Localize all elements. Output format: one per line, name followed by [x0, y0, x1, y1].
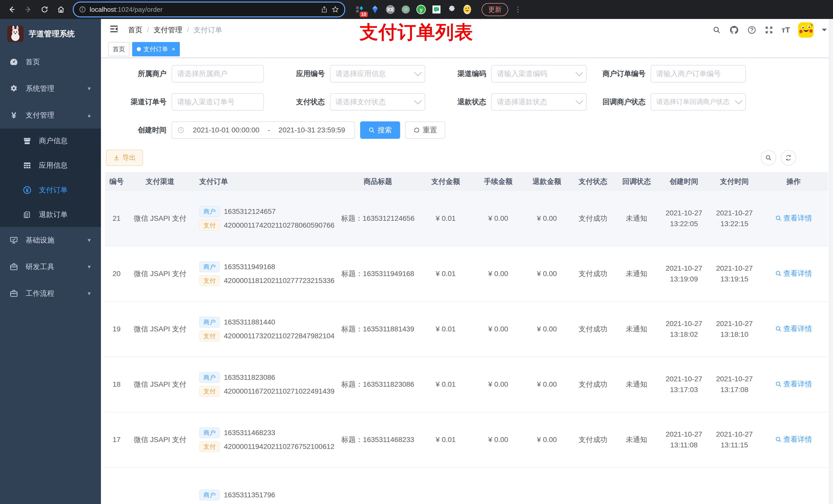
search-button[interactable]: [712, 26, 721, 34]
view-detail-link[interactable]: 查看详情: [775, 269, 812, 279]
breadcrumb-payment[interactable]: 支付管理: [154, 25, 182, 35]
search-icon: [765, 154, 772, 161]
export-button[interactable]: 导出: [106, 149, 143, 166]
channel-code-select[interactable]: 请输入渠道编码: [491, 65, 587, 82]
merchant-order-line: 商户1635311949168: [199, 262, 336, 272]
cell-notify-status: 未通知: [615, 269, 658, 279]
tag-pay-order[interactable]: 支付订单 ×: [132, 42, 180, 56]
browser-menu-button[interactable]: ⋮: [514, 7, 522, 12]
filter-label: 所属商户: [105, 69, 172, 79]
avatar[interactable]: [798, 22, 813, 38]
tag-home[interactable]: 首页: [108, 42, 129, 56]
breadcrumb-home[interactable]: 首页: [128, 25, 142, 35]
cell-refund: ¥ 0.00: [523, 380, 571, 388]
sidebar-item-infrastructure[interactable]: 基础设施 ▼: [0, 227, 101, 254]
sidebar-item-payment[interactable]: ¥ 支付管理 ▲: [0, 102, 101, 128]
search-label: 搜索: [378, 125, 392, 135]
home-button[interactable]: [54, 3, 68, 16]
extension-grid-icon[interactable]: 10: [355, 4, 365, 15]
sidebar-item-refund-order[interactable]: 退款订单: [0, 202, 101, 227]
pay-tag: 支付: [199, 386, 220, 397]
extension-emoji-icon[interactable]: [462, 4, 472, 15]
close-icon[interactable]: ×: [172, 46, 175, 53]
cell-pay-status: 支付成功: [571, 269, 615, 279]
site-info-icon[interactable]: [79, 6, 86, 13]
channel-order-no-input[interactable]: 请输入渠道订单号: [172, 93, 264, 111]
sidebar-item-home[interactable]: 首页: [0, 49, 101, 75]
dashboard-icon: [9, 57, 19, 66]
update-button[interactable]: 更新: [481, 3, 508, 16]
sidebar-item-system[interactable]: 系统管理 ▼: [0, 75, 101, 102]
column-header: 退款金额: [523, 177, 571, 187]
merchant-order-no: 1635312124657: [224, 208, 276, 216]
refund-status-select[interactable]: 请选择退款状态: [491, 93, 587, 111]
extension-record-icon[interactable]: [401, 4, 411, 15]
view-detail-label: 查看详情: [783, 269, 812, 279]
sidebar-item-pay-order[interactable]: 支付订单: [0, 178, 101, 202]
date-range-input[interactable]: 2021-10-01 00:00:00 - 2021-10-31 23:59:5…: [172, 121, 355, 139]
share-icon[interactable]: [321, 6, 328, 13]
date-end[interactable]: 2021-10-31 23:59:59: [274, 126, 349, 134]
cell-amount: ¥ 0.01: [418, 436, 474, 444]
extensions-puzzle-icon[interactable]: [447, 4, 457, 15]
extension-gem-icon[interactable]: [370, 4, 380, 15]
date-start[interactable]: 2021-10-01 00:00:00: [189, 126, 264, 134]
pay-status-select[interactable]: 请选择支付状态: [330, 93, 425, 111]
chevron-down-icon: [414, 97, 422, 104]
scrollbar[interactable]: [829, 19, 833, 504]
chevron-down-icon: ▼: [87, 264, 92, 270]
show-search-button[interactable]: [761, 150, 776, 165]
back-button[interactable]: [5, 3, 19, 16]
font-size-button[interactable]: ᴛT: [782, 26, 790, 34]
bookmark-star-icon[interactable]: [331, 6, 339, 13]
view-detail-label: 查看详情: [783, 379, 812, 389]
sidebar-item-workflow[interactable]: 工作流程 ▼: [0, 280, 101, 307]
pay-order-no: 4200001181202110277723215336: [224, 277, 335, 285]
reload-icon: [41, 6, 48, 13]
chevron-down-icon[interactable]: [822, 29, 827, 34]
breadcrumb-separator: /: [147, 26, 149, 34]
fullscreen-button[interactable]: [765, 26, 773, 34]
sidebar-item-merchant-info[interactable]: 商户信息: [0, 128, 101, 153]
sidebar-item-dev-tools[interactable]: 研发工具 ▼: [0, 254, 101, 280]
extension-command-icon[interactable]: [385, 4, 396, 15]
yen-icon: ¥: [9, 111, 19, 120]
reset-button[interactable]: 重置: [405, 121, 445, 139]
merchant-tag: 商户: [199, 427, 220, 438]
view-detail-link[interactable]: 查看详情: [775, 379, 812, 389]
sidebar-item-app-info[interactable]: 应用信息: [0, 153, 101, 178]
orders-table: 编号支付渠道支付订单商品标题支付金额手续金额退款金额支付状态回调状态创建时间支付…: [105, 172, 828, 504]
help-button[interactable]: [747, 25, 756, 34]
view-detail-link[interactable]: 查看详情: [775, 213, 812, 223]
extension-chat-icon[interactable]: [431, 4, 442, 15]
view-detail-link[interactable]: 查看详情: [775, 324, 812, 334]
cell-channel: 微信 JSAPI 支付: [128, 269, 192, 279]
sidebar-logo-row[interactable]: 芋道管理系统: [0, 19, 101, 49]
svg-text:y: y: [420, 7, 423, 13]
chevron-down-icon: [576, 97, 583, 104]
navbar: 首页 / 支付管理 / 支付订单 支付订单列表: [101, 19, 833, 41]
column-header: 支付时间: [710, 177, 759, 187]
cell-amount: ¥ 0.01: [418, 380, 474, 388]
merchant-order-no-input[interactable]: 请输入商户订单编号: [651, 65, 746, 82]
refresh-table-button[interactable]: [781, 150, 796, 165]
forward-button[interactable]: [22, 3, 35, 16]
cell-refund: ¥ 0.00: [523, 325, 571, 333]
extension-toolbar: 10 y 更新 ⋮: [355, 3, 522, 16]
view-detail-label: 查看详情: [783, 324, 812, 334]
view-detail-link[interactable]: 查看详情: [775, 435, 812, 444]
github-button[interactable]: [729, 25, 739, 35]
search-button[interactable]: 搜索: [360, 121, 400, 139]
filter-row-2: 渠道订单号 请输入渠道订单号 支付状态 请选择支付状态 退款状态 请选择退款状态…: [105, 93, 828, 111]
app-select[interactable]: 请选择应用信息: [330, 65, 425, 82]
breadcrumb: 首页 / 支付管理 / 支付订单: [128, 25, 222, 35]
chevron-down-icon: [414, 69, 422, 76]
notify-status-select[interactable]: 请选择订单回调商户状态: [651, 93, 746, 111]
filter-label: 商户订单编号: [587, 69, 651, 79]
cell-amount: ¥ 0.01: [418, 270, 474, 278]
sidebar-toggle-button[interactable]: [109, 24, 119, 36]
url-bar[interactable]: localhost:1024/pay/order: [73, 2, 345, 18]
reload-button[interactable]: [38, 3, 51, 16]
extension-y-icon[interactable]: y: [416, 4, 426, 15]
merchant-select[interactable]: 请选择所属商户: [172, 65, 264, 82]
